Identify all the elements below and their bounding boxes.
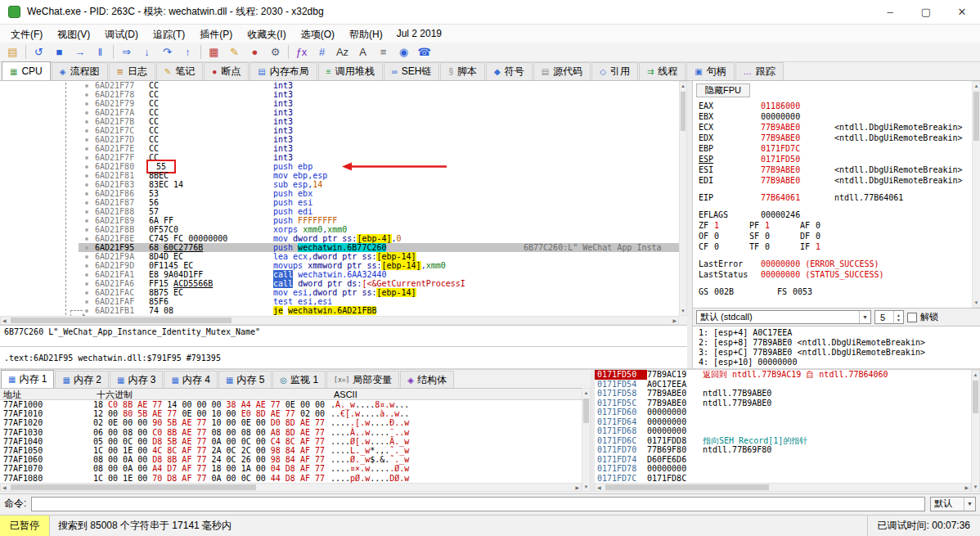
tab-notes[interactable]: ✎笔记 (156, 62, 203, 80)
register-value[interactable]: 77B9ABE0 (761, 175, 834, 186)
scroll-right-icon[interactable]: ▶ (575, 484, 579, 491)
disasm-row[interactable]: 6AD21F7BCCint3 (0, 117, 679, 126)
tab-dump-2[interactable]: ▦内存 2 (55, 371, 108, 388)
dump-vertical-scrollbar[interactable]: ▲ ▼ (582, 388, 591, 492)
stack-row[interactable]: 0171FD54A0C17EEA (595, 380, 971, 390)
help-button[interactable]: ☎ (414, 43, 434, 61)
disasm-row[interactable]: 6AD21F9A8D4D EClea ecx,dword ptr ss:[ebp… (0, 252, 679, 261)
dump-row[interactable]: 77AF104005 00 0C 00 D8 5B AE 77 0A 00 0C… (0, 437, 582, 446)
scrollbar-thumb[interactable] (605, 484, 769, 490)
stack-row[interactable]: 0171FD7077B69F80ntdll.77B69F80 (595, 445, 971, 455)
stack-row[interactable]: 0171FD5877B9ABE0ntdll.77B9ABE0 (595, 389, 971, 399)
scrollbar-thumb[interactable] (973, 92, 979, 141)
menu-item[interactable]: 视图(V) (50, 27, 97, 42)
dump-row[interactable]: 77AF101012 00 80 5B AE 77 0E 00 10 00 E0… (0, 409, 582, 418)
disasm-row[interactable]: 6AD21F8383EC 14sub esp,14 (0, 180, 679, 189)
dump-row[interactable]: 77AF106008 00 0A 00 D8 8B AF 77 24 0C 26… (0, 455, 582, 464)
step-into-button[interactable]: ↓ (137, 43, 157, 61)
register-row[interactable]: EBX00000000 (699, 111, 969, 122)
register-row[interactable]: ESP0171FD50 (699, 154, 969, 164)
dump-row[interactable]: 77AF100018 C0 8B AE 77 14 00 00 00 38 A4… (0, 400, 582, 409)
register-row[interactable]: EAX01186000 (699, 101, 969, 111)
scroll-up-icon[interactable]: ▲ (582, 389, 590, 397)
flag-pair[interactable]: AF0 (800, 220, 851, 231)
disasm-row[interactable]: 6AD21F7CCCint3 (0, 126, 679, 135)
flag-pair[interactable]: TF0 (749, 241, 800, 252)
register-value[interactable]: 77B64061 (761, 192, 834, 203)
calling-convention-select[interactable]: 默认 (stdcall) ▼ (696, 310, 871, 324)
scrollbar-thumb[interactable] (583, 399, 589, 423)
stack-row[interactable]: 0171FD5077B9AC19返回到 ntdll.77B9AC19 自 ntd… (595, 370, 971, 380)
notes-button[interactable]: ✎ (224, 43, 245, 61)
disasm-row[interactable]: 6AD21F9568 60C2776Bpush wechatwin.6B77C2… (0, 243, 679, 252)
tab-references[interactable]: ◇引用 (591, 62, 638, 80)
dump-horizontal-scrollbar[interactable]: ◀ ▶ (0, 483, 582, 492)
argument-row[interactable]: 3: [esp+C] 77B9ABE0 <ntdll.DbgUiRemoteBr… (699, 348, 975, 358)
command-syntax-dropdown[interactable]: 默认 ▼ (930, 497, 976, 511)
scroll-down-icon[interactable]: ▼ (972, 483, 979, 491)
argument-row[interactable]: 4: [esp+10] 00000000 (699, 358, 975, 367)
stack-row[interactable]: 0171FD6000000000 (595, 408, 971, 417)
close-button[interactable]: ✕ (944, 0, 980, 25)
argument-row[interactable]: 2: [esp+8] 77B9ABE0 <ntdll.DbgUiRemoteBr… (699, 338, 975, 348)
restart-button[interactable]: ↺ (29, 43, 49, 61)
dump-row[interactable]: 77AF103006 00 08 00 C0 8B AE 77 08 00 08… (0, 428, 582, 437)
registers-scrollbar[interactable]: ▲ ▼ (972, 81, 980, 308)
tab-cpu[interactable]: ▦CPU (2, 61, 51, 80)
register-row[interactable]: EBP0171FD7C (699, 143, 969, 154)
scrollbar-thumb[interactable] (11, 318, 232, 323)
scroll-left-icon[interactable]: ◀ (2, 484, 7, 491)
disasm-row[interactable]: 6AD21F7DCCint3 (0, 135, 679, 144)
tab-memory-map[interactable]: ▤内存布局 (249, 62, 317, 80)
disasm-vertical-scrollbar[interactable]: ▲ ▼ (679, 81, 687, 316)
disasm-row[interactable]: 6AD21FA1E8 9A04D1FFcall wechatwin.6AA324… (0, 270, 679, 279)
hide-fpu-button[interactable]: 隐藏FPU (696, 83, 750, 97)
register-value[interactable]: 01186000 (761, 101, 834, 111)
register-row[interactable]: EDI77B9ABE0<ntdll.DbgUiRemoteBreakin> (699, 175, 969, 186)
register-row[interactable]: EIP77B64061ntdll.77B64061 (699, 192, 969, 203)
tab-dump-3[interactable]: ▦内存 3 (110, 371, 163, 388)
stack-row[interactable]: 0171FD6C0171FDD8指向SEH_Record[1]的指针 (595, 436, 971, 446)
scroll-left-icon[interactable]: ◀ (2, 317, 7, 324)
tab-seh[interactable]: ∞SEH链 (384, 62, 440, 80)
stop-button[interactable]: ■ (49, 43, 70, 61)
disasm-row[interactable]: 6AD21F9D0F1145 ECmovups xmmword ptr ss:[… (0, 261, 679, 270)
flag-pair[interactable]: SF0 (749, 231, 800, 241)
tab-threads[interactable]: ⇉线程 (639, 62, 686, 80)
patches-button[interactable]: # (312, 43, 332, 61)
tab-source[interactable]: ▤源代码 (533, 62, 591, 80)
tab-script[interactable]: §脚本 (440, 62, 485, 80)
maximize-button[interactable]: ▢ (908, 0, 944, 25)
disasm-row[interactable]: 6AD21F7ECCint3 (0, 144, 679, 153)
menu-item[interactable]: 选项(O) (294, 27, 342, 42)
register-value[interactable]: 00000000 (STATUS_SUCCESS) (761, 269, 884, 280)
tab-dump-4[interactable]: ▦内存 4 (164, 371, 217, 388)
register-value[interactable]: 0171FD50 (761, 154, 834, 164)
dump-row[interactable]: 77AF107008 00 0A 00 A4 D7 AF 77 18 00 1A… (0, 464, 582, 473)
tab-dump-1[interactable]: ▦内存 1 (1, 370, 54, 388)
scroll-left-icon[interactable]: ◀ (597, 484, 601, 491)
register-value[interactable]: 77B9ABE0 (761, 122, 834, 133)
disasm-row[interactable]: 6AD21F896A FFpush FFFFFFFF (0, 216, 679, 225)
scroll-down-icon[interactable]: ▼ (582, 483, 590, 491)
stack-row[interactable]: 0171FD6800000000 (595, 426, 971, 436)
disasm-row[interactable]: 6AD21F8B0F57C0xorps xmm0,xmm0 (0, 225, 679, 234)
disasm-row[interactable]: 6AD21F77CCint3 (0, 81, 679, 90)
search-button[interactable]: A (353, 43, 373, 61)
dump-row[interactable]: 77AF10801C 00 1E 00 70 D8 AF 77 0A 00 0C… (0, 474, 582, 483)
register-row[interactable]: CF0TF0IF1 (699, 241, 969, 252)
strings-button[interactable]: Az (332, 43, 353, 61)
register-row[interactable]: ZF1PF1AF0 (699, 220, 969, 231)
disasm-row[interactable]: 6AD21F8857push edi (0, 207, 679, 216)
step-over-button[interactable]: ↷ (157, 43, 178, 61)
dump-row[interactable]: 77AF10501C 00 1E 00 4C 8C AF 77 2A 0C 2C… (0, 446, 582, 455)
stack-horizontal-scrollbar[interactable]: ◀ ▶ (595, 483, 971, 492)
scroll-down-icon[interactable]: ▼ (973, 299, 980, 307)
step-out-button[interactable]: ↑ (178, 43, 198, 61)
stack-row[interactable]: 0171FD74D60FE6D6 (595, 455, 971, 465)
unlock-checkbox[interactable]: 解锁 (907, 311, 938, 323)
menu-item[interactable]: 插件(P) (192, 27, 240, 42)
register-value[interactable]: 0171FD7C (761, 143, 834, 154)
register-value[interactable]: 77B9ABE0 (761, 133, 834, 143)
run-button[interactable]: → (70, 43, 90, 61)
